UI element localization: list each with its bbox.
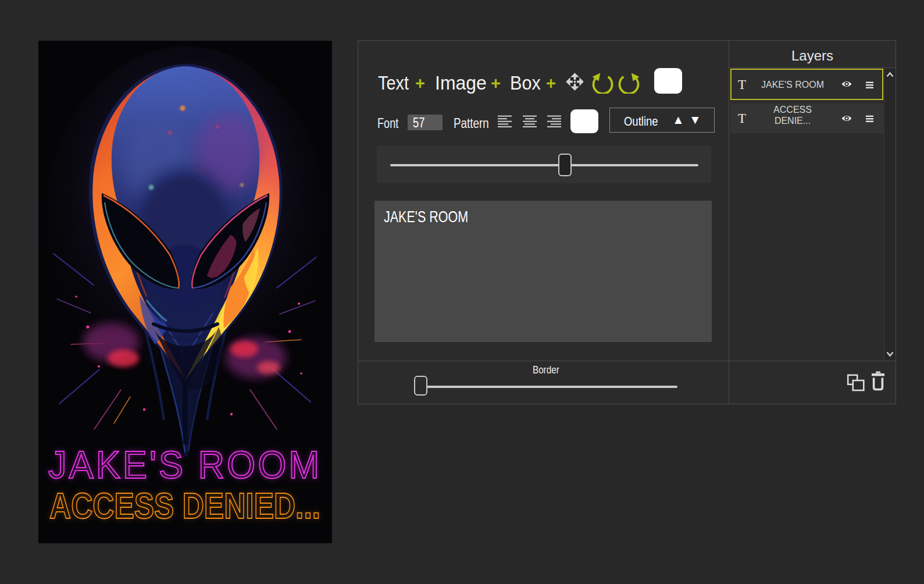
svg-text:ACCESS DENIED...: ACCESS DENIED...: [49, 485, 320, 526]
svg-text:JAKE'S ROOM: JAKE'S ROOM: [48, 443, 322, 486]
